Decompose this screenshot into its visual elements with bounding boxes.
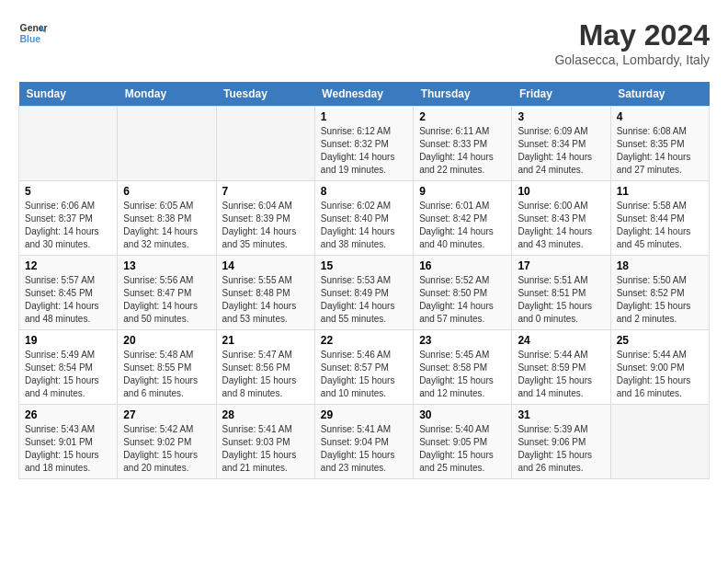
calendar-cell: 20Sunrise: 5:48 AM Sunset: 8:55 PM Dayli… [118, 330, 216, 405]
day-number: 1 [321, 110, 407, 123]
day-info: Sunrise: 5:40 AM Sunset: 9:05 PM Dayligh… [419, 423, 506, 475]
day-number: 21 [222, 334, 309, 347]
day-info: Sunrise: 5:43 AM Sunset: 9:01 PM Dayligh… [25, 423, 111, 475]
day-info: Sunrise: 6:01 AM Sunset: 8:42 PM Dayligh… [419, 200, 506, 251]
day-number: 17 [518, 259, 604, 272]
calendar-cell: 23Sunrise: 5:45 AM Sunset: 8:58 PM Dayli… [414, 330, 512, 405]
calendar-cell: 10Sunrise: 6:00 AM Sunset: 8:43 PM Dayli… [512, 181, 610, 256]
day-number: 31 [518, 408, 604, 421]
day-info: Sunrise: 6:04 AM Sunset: 8:39 PM Dayligh… [222, 200, 309, 251]
header-friday: Friday [512, 82, 610, 107]
calendar-cell: 5Sunrise: 6:06 AM Sunset: 8:37 PM Daylig… [19, 181, 118, 256]
day-info: Sunrise: 5:46 AM Sunset: 8:57 PM Dayligh… [321, 349, 407, 400]
calendar-cell: 8Sunrise: 6:02 AM Sunset: 8:40 PM Daylig… [314, 181, 413, 256]
calendar-cell: 12Sunrise: 5:57 AM Sunset: 8:45 PM Dayli… [19, 256, 118, 330]
calendar-cell [216, 107, 314, 181]
header-thursday: Thursday [414, 82, 512, 107]
day-info: Sunrise: 5:53 AM Sunset: 8:49 PM Dayligh… [321, 274, 407, 326]
calendar-cell: 21Sunrise: 5:47 AM Sunset: 8:56 PM Dayli… [216, 330, 314, 405]
day-number: 8 [321, 185, 407, 198]
calendar-cell [19, 107, 118, 181]
day-info: Sunrise: 5:56 AM Sunset: 8:47 PM Dayligh… [123, 274, 210, 326]
calendar-cell: 17Sunrise: 5:51 AM Sunset: 8:51 PM Dayli… [512, 256, 610, 330]
day-number: 22 [321, 334, 407, 347]
location-subtitle: Golasecca, Lombardy, Italy [554, 52, 710, 67]
calendar-cell: 2Sunrise: 6:11 AM Sunset: 8:33 PM Daylig… [414, 107, 512, 181]
day-number: 18 [617, 259, 703, 272]
calendar-week-2: 5Sunrise: 6:06 AM Sunset: 8:37 PM Daylig… [19, 181, 710, 256]
calendar-cell: 30Sunrise: 5:40 AM Sunset: 9:05 PM Dayli… [414, 405, 512, 479]
calendar-cell: 22Sunrise: 5:46 AM Sunset: 8:57 PM Dayli… [314, 330, 413, 405]
day-info: Sunrise: 5:44 AM Sunset: 9:00 PM Dayligh… [617, 349, 703, 400]
day-number: 9 [419, 185, 506, 198]
day-number: 2 [419, 110, 506, 123]
day-number: 24 [518, 334, 604, 347]
calendar-cell: 7Sunrise: 6:04 AM Sunset: 8:39 PM Daylig… [216, 181, 314, 256]
calendar-table: SundayMondayTuesdayWednesdayThursdayFrid… [18, 82, 710, 479]
day-info: Sunrise: 6:08 AM Sunset: 8:35 PM Dayligh… [617, 125, 703, 177]
calendar-cell: 19Sunrise: 5:49 AM Sunset: 8:54 PM Dayli… [19, 330, 118, 405]
day-info: Sunrise: 5:58 AM Sunset: 8:44 PM Dayligh… [617, 200, 703, 251]
svg-text:Blue: Blue [20, 34, 41, 44]
day-number: 11 [617, 185, 703, 198]
calendar-cell: 1Sunrise: 6:12 AM Sunset: 8:32 PM Daylig… [314, 107, 413, 181]
calendar-cell: 13Sunrise: 5:56 AM Sunset: 8:47 PM Dayli… [118, 256, 216, 330]
calendar-cell: 14Sunrise: 5:55 AM Sunset: 8:48 PM Dayli… [216, 256, 314, 330]
day-info: Sunrise: 5:51 AM Sunset: 8:51 PM Dayligh… [518, 274, 604, 326]
day-info: Sunrise: 6:05 AM Sunset: 8:38 PM Dayligh… [123, 200, 210, 251]
day-number: 4 [617, 110, 703, 123]
day-number: 30 [419, 408, 506, 421]
logo-icon: General Blue [18, 18, 48, 48]
day-info: Sunrise: 5:48 AM Sunset: 8:55 PM Dayligh… [123, 349, 210, 400]
day-number: 20 [123, 334, 210, 347]
day-info: Sunrise: 5:55 AM Sunset: 8:48 PM Dayligh… [222, 274, 309, 326]
header-wednesday: Wednesday [314, 82, 413, 107]
calendar-cell: 6Sunrise: 6:05 AM Sunset: 8:38 PM Daylig… [118, 181, 216, 256]
calendar-cell: 15Sunrise: 5:53 AM Sunset: 8:49 PM Dayli… [314, 256, 413, 330]
day-number: 13 [123, 259, 210, 272]
day-info: Sunrise: 5:50 AM Sunset: 8:52 PM Dayligh… [617, 274, 703, 326]
calendar-cell: 28Sunrise: 5:41 AM Sunset: 9:03 PM Dayli… [216, 405, 314, 479]
header-tuesday: Tuesday [216, 82, 314, 107]
calendar-week-3: 12Sunrise: 5:57 AM Sunset: 8:45 PM Dayli… [19, 256, 710, 330]
day-info: Sunrise: 5:57 AM Sunset: 8:45 PM Dayligh… [25, 274, 111, 326]
day-info: Sunrise: 5:49 AM Sunset: 8:54 PM Dayligh… [25, 349, 111, 400]
calendar-cell: 4Sunrise: 6:08 AM Sunset: 8:35 PM Daylig… [610, 107, 709, 181]
day-info: Sunrise: 5:42 AM Sunset: 9:02 PM Dayligh… [123, 423, 210, 475]
calendar-cell: 27Sunrise: 5:42 AM Sunset: 9:02 PM Dayli… [118, 405, 216, 479]
calendar-cell: 3Sunrise: 6:09 AM Sunset: 8:34 PM Daylig… [512, 107, 610, 181]
day-number: 28 [222, 408, 309, 421]
calendar-week-1: 1Sunrise: 6:12 AM Sunset: 8:32 PM Daylig… [19, 107, 710, 181]
calendar-cell: 31Sunrise: 5:39 AM Sunset: 9:06 PM Dayli… [512, 405, 610, 479]
day-info: Sunrise: 5:45 AM Sunset: 8:58 PM Dayligh… [419, 349, 506, 400]
day-info: Sunrise: 6:09 AM Sunset: 8:34 PM Dayligh… [518, 125, 604, 177]
day-number: 25 [617, 334, 703, 347]
day-number: 26 [25, 408, 111, 421]
day-info: Sunrise: 6:00 AM Sunset: 8:43 PM Dayligh… [518, 200, 604, 251]
day-info: Sunrise: 5:39 AM Sunset: 9:06 PM Dayligh… [518, 423, 604, 475]
day-number: 12 [25, 259, 111, 272]
title-block: May 2024 Golasecca, Lombardy, Italy [554, 18, 710, 67]
calendar-cell: 9Sunrise: 6:01 AM Sunset: 8:42 PM Daylig… [414, 181, 512, 256]
calendar-cell: 18Sunrise: 5:50 AM Sunset: 8:52 PM Dayli… [610, 256, 709, 330]
calendar-week-4: 19Sunrise: 5:49 AM Sunset: 8:54 PM Dayli… [19, 330, 710, 405]
day-info: Sunrise: 5:41 AM Sunset: 9:04 PM Dayligh… [321, 423, 407, 475]
day-number: 5 [25, 185, 111, 198]
day-number: 6 [123, 185, 210, 198]
day-info: Sunrise: 6:06 AM Sunset: 8:37 PM Dayligh… [25, 200, 111, 251]
day-info: Sunrise: 5:52 AM Sunset: 8:50 PM Dayligh… [419, 274, 506, 326]
logo: General Blue [18, 18, 48, 48]
day-number: 16 [419, 259, 506, 272]
day-number: 27 [123, 408, 210, 421]
calendar-cell: 16Sunrise: 5:52 AM Sunset: 8:50 PM Dayli… [414, 256, 512, 330]
day-number: 3 [518, 110, 604, 123]
calendar-cell: 26Sunrise: 5:43 AM Sunset: 9:01 PM Dayli… [19, 405, 118, 479]
day-info: Sunrise: 6:12 AM Sunset: 8:32 PM Dayligh… [321, 125, 407, 177]
day-number: 23 [419, 334, 506, 347]
calendar-cell [118, 107, 216, 181]
day-number: 14 [222, 259, 309, 272]
day-info: Sunrise: 5:41 AM Sunset: 9:03 PM Dayligh… [222, 423, 309, 475]
calendar-cell: 11Sunrise: 5:58 AM Sunset: 8:44 PM Dayli… [610, 181, 709, 256]
day-number: 10 [518, 185, 604, 198]
calendar-cell: 25Sunrise: 5:44 AM Sunset: 9:00 PM Dayli… [610, 330, 709, 405]
